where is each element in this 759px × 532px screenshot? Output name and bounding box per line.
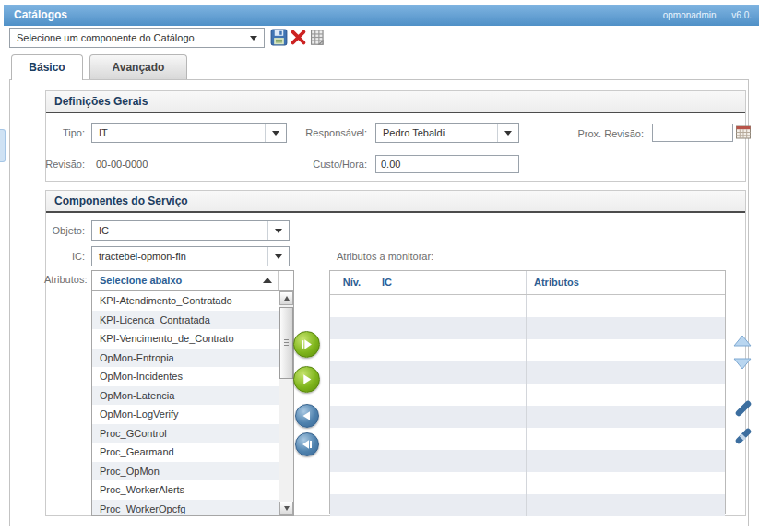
table-row[interactable] (330, 428, 725, 450)
edit-levels-brush-icon[interactable] (735, 428, 752, 444)
table-cell (374, 384, 527, 406)
tipo-label: Tipo: (46, 127, 85, 138)
list-item[interactable]: Proc_GControl (92, 424, 279, 443)
catalog-select-arrow[interactable] (243, 29, 264, 47)
table-cell (374, 428, 527, 450)
tab-avancado[interactable]: Avançado (89, 54, 187, 79)
attributes-list-header[interactable]: Selecione abaixo (92, 271, 293, 291)
objeto-select-arrow[interactable] (267, 221, 289, 240)
username-label: opmonadmin (663, 10, 717, 20)
table-cell (374, 450, 527, 472)
list-scrollbar[interactable] (279, 291, 293, 515)
table-cell (330, 472, 374, 494)
scroll-up-button[interactable] (279, 291, 293, 305)
chevron-down-icon (275, 254, 282, 259)
delete-button[interactable] (290, 29, 307, 46)
list-item[interactable]: OpMon-Entropia (92, 349, 279, 368)
triangle-up-icon (284, 296, 290, 301)
list-item[interactable]: OpMon-Latencia (92, 386, 279, 406)
tab-content-panel: Definições Gerais Tipo: IT Responsável: … (9, 79, 749, 526)
add-selected-button[interactable] (293, 366, 320, 393)
chevron-down-icon (250, 36, 257, 41)
monitor-table: Nív. IC Atributos (329, 270, 726, 514)
arrow-left-icon (302, 410, 313, 421)
tipo-select[interactable]: IT (91, 123, 287, 143)
table-cell (527, 295, 725, 317)
catalog-screen: Catálogos opmonadmin v6.0. Selecione um … (0, 0, 759, 532)
edit-brush-icon[interactable] (735, 400, 752, 417)
table-cell (374, 295, 527, 317)
table-row[interactable] (330, 317, 725, 339)
monitor-attributes-label: Atributos a monitorar: (337, 251, 433, 262)
table-row[interactable] (330, 406, 725, 428)
move-down-button[interactable] (733, 357, 752, 371)
calendar-icon[interactable] (736, 125, 751, 139)
revisao-value: 00-00-0000 (96, 159, 148, 170)
general-section-title: Definições Gerais (46, 91, 745, 112)
save-button[interactable] (270, 29, 288, 46)
list-item[interactable]: Proc_WorkerOpcfg (92, 500, 279, 516)
table-row[interactable] (330, 339, 725, 361)
list-item[interactable]: KPI-Vencimento_de_Contrato (92, 329, 279, 349)
add-all-button[interactable] (293, 331, 320, 358)
prox-revisao-label: Prox. Revisão: (568, 128, 644, 139)
table-cell (330, 339, 374, 361)
table-cell (527, 450, 725, 472)
triangle-down-icon (284, 506, 290, 511)
scrollbar-thumb[interactable] (279, 307, 293, 379)
panel-collapse-handle[interactable] (0, 129, 6, 162)
table-cell (527, 494, 725, 516)
remove-selected-button[interactable] (295, 404, 319, 428)
table-cell (330, 406, 374, 428)
chevron-down-icon (272, 131, 279, 136)
remove-all-button[interactable] (295, 432, 319, 456)
objeto-select[interactable]: IC (91, 220, 290, 241)
list-item[interactable]: OpMon-LogVerify (92, 405, 279, 424)
arrow-right-icon (301, 373, 313, 385)
list-item[interactable]: KPI-Licenca_Contratada (92, 311, 279, 330)
table-cell (527, 317, 725, 339)
monitor-table-header: Nív. IC Atributos (330, 271, 725, 295)
responsavel-select-value: Pedro Tebaldi (376, 127, 497, 138)
table-row[interactable] (330, 450, 725, 472)
copy-button[interactable] (308, 29, 326, 46)
list-header-divider (278, 271, 279, 290)
table-row[interactable] (330, 494, 725, 516)
column-header-niv: Nív. (330, 271, 374, 294)
arrow-left-bar-icon (302, 439, 313, 450)
general-section: Definições Gerais Tipo: IT Responsável: … (45, 90, 746, 182)
ic-select-arrow[interactable] (267, 247, 289, 266)
list-item[interactable]: Proc_OpMon (92, 462, 279, 481)
table-row[interactable] (330, 472, 725, 494)
list-item[interactable]: Proc_WorkerAlerts (92, 480, 279, 500)
table-cell (374, 339, 527, 361)
custo-hora-input[interactable] (375, 155, 519, 173)
table-cell (330, 361, 374, 384)
page-title: Catálogos (14, 5, 67, 26)
responsavel-select-arrow[interactable] (497, 124, 518, 142)
ic-select-value: tractebel-opmon-fin (92, 251, 267, 262)
objeto-select-value: IC (92, 225, 267, 236)
ic-select[interactable]: tractebel-opmon-fin (91, 246, 290, 266)
list-item[interactable]: Proc_Gearmand (92, 443, 279, 462)
table-row[interactable] (330, 384, 725, 406)
catalog-select-value: Selecione um componente do Catálogo (10, 32, 243, 43)
responsavel-select[interactable]: Pedro Tebaldi (375, 123, 519, 143)
prox-revisao-input[interactable] (652, 124, 733, 142)
table-row[interactable] (330, 295, 725, 317)
list-item[interactable]: KPI-Atendimento_Contratado (92, 291, 279, 311)
tab-basico[interactable]: Básico (11, 54, 83, 80)
table-row[interactable] (330, 361, 725, 384)
table-cell (527, 384, 725, 406)
table-cell (374, 472, 527, 494)
list-item[interactable]: OpMon-Incidentes (92, 367, 279, 386)
version-label: v6.0. (731, 10, 752, 20)
move-up-button[interactable] (733, 334, 752, 348)
scroll-down-button[interactable] (279, 502, 293, 515)
table-cell (374, 317, 527, 339)
tipo-select-arrow[interactable] (265, 124, 286, 142)
revisao-label: Revisão: (44, 159, 85, 170)
column-header-atributos: Atributos (527, 271, 725, 294)
catalog-select[interactable]: Selecione um componente do Catálogo (9, 28, 265, 48)
title-bar: Catálogos opmonadmin v6.0. (4, 5, 759, 26)
